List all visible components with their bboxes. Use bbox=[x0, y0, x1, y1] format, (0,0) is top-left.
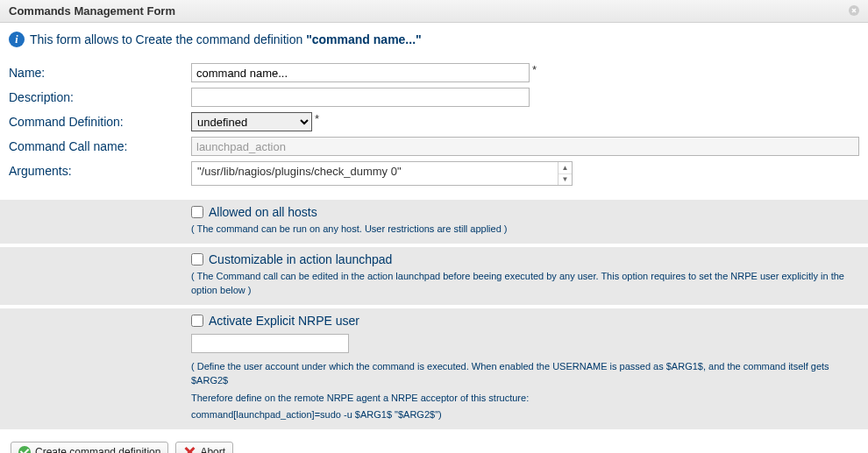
abort-button-label: Abort bbox=[200, 446, 225, 454]
nrpe-checkbox[interactable] bbox=[191, 315, 203, 327]
create-button-label: Create command definition bbox=[35, 446, 160, 454]
label-definition: Command Definition: bbox=[9, 112, 191, 129]
spinner-up-icon[interactable]: ▲ bbox=[559, 162, 572, 174]
label-arguments: Arguments: bbox=[9, 161, 191, 178]
nrpe-label: Activate Explicit NRPE user bbox=[209, 314, 359, 328]
x-icon bbox=[183, 446, 196, 454]
info-icon: i bbox=[9, 32, 25, 47]
window-title: Commands Management Form bbox=[9, 4, 175, 18]
intro-text: This form allows to Create the command d… bbox=[30, 32, 306, 46]
nrpe-desc3: command[launchpad_action]=sudo -u $ARG1$… bbox=[191, 407, 859, 422]
label-description: Description: bbox=[9, 88, 191, 104]
option-allowed: Allowed on all hosts ( The command can b… bbox=[0, 200, 868, 244]
customizable-checkbox[interactable] bbox=[191, 253, 203, 265]
titlebar: Commands Management Form bbox=[0, 0, 868, 23]
callname-input bbox=[191, 137, 859, 156]
customizable-label: Customizable in action launchpad bbox=[209, 252, 392, 266]
description-input[interactable] bbox=[191, 88, 530, 107]
name-input[interactable] bbox=[191, 63, 530, 82]
allowed-checkbox[interactable] bbox=[191, 206, 203, 218]
required-mark: * bbox=[532, 63, 537, 76]
create-button[interactable]: Create command definition bbox=[11, 442, 168, 454]
row-arguments: Arguments: "/usr/lib/nagios/plugins/chec… bbox=[9, 161, 859, 186]
check-icon bbox=[18, 446, 31, 454]
row-name: Name: * bbox=[9, 63, 859, 82]
form-body: i This form allows to Create the command… bbox=[0, 23, 868, 453]
definition-select[interactable]: undefined bbox=[191, 112, 312, 131]
intro-row: i This form allows to Create the command… bbox=[9, 32, 859, 47]
button-row: Create command definition Abort bbox=[11, 433, 859, 454]
close-icon[interactable] bbox=[847, 4, 861, 18]
allowed-desc: ( The command can be run on any host. Us… bbox=[191, 222, 859, 237]
row-callname: Command Call name: bbox=[9, 137, 859, 156]
row-description: Description: bbox=[9, 88, 859, 107]
label-name: Name: bbox=[9, 63, 191, 80]
allowed-label: Allowed on all hosts bbox=[209, 205, 317, 219]
option-nrpe: Activate Explicit NRPE user ( Define the… bbox=[0, 308, 868, 429]
nrpe-desc2: Therefore define on the remote NRPE agen… bbox=[191, 391, 859, 406]
nrpe-user-input[interactable] bbox=[191, 334, 349, 353]
nrpe-desc1: ( Define the user account under which th… bbox=[191, 359, 859, 388]
arguments-input[interactable]: "/usr/lib/nagios/plugins/check_dummy 0" bbox=[192, 162, 558, 185]
spinner-down-icon[interactable]: ▼ bbox=[559, 174, 572, 186]
abort-button[interactable]: Abort bbox=[175, 442, 233, 454]
row-definition: Command Definition: undefined * bbox=[9, 112, 859, 131]
customizable-desc: ( The Command call can be edited in the … bbox=[191, 269, 859, 298]
label-callname: Command Call name: bbox=[9, 137, 191, 153]
intro-bold: "command name..." bbox=[306, 32, 422, 46]
required-mark-def: * bbox=[315, 112, 319, 125]
arguments-spinner: ▲ ▼ bbox=[558, 162, 572, 185]
option-customizable: Customizable in action launchpad ( The C… bbox=[0, 247, 868, 305]
